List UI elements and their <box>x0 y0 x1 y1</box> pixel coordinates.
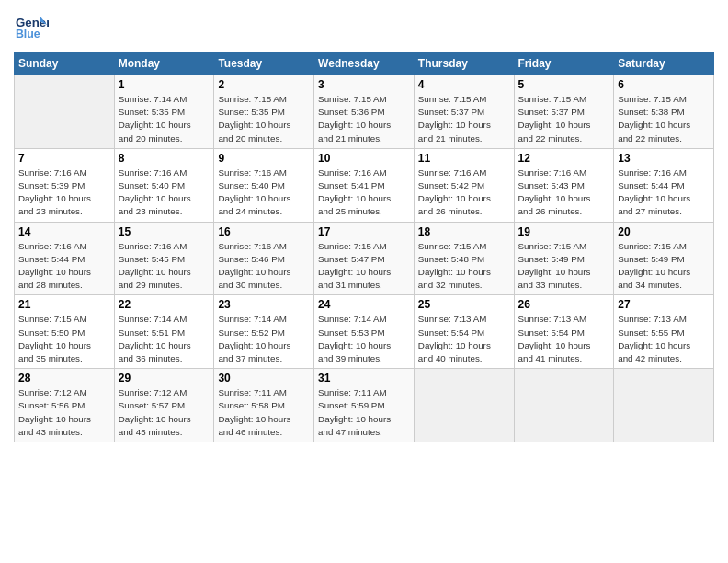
day-info: Sunrise: 7:15 AMSunset: 5:49 PMDaylight:… <box>518 240 610 293</box>
calendar-cell: 29Sunrise: 7:12 AMSunset: 5:57 PMDayligh… <box>114 369 214 442</box>
week-row-3: 14Sunrise: 7:16 AMSunset: 5:44 PMDayligh… <box>15 222 714 295</box>
calendar-cell: 25Sunrise: 7:13 AMSunset: 5:54 PMDayligh… <box>414 295 514 369</box>
day-info: Sunrise: 7:15 AMSunset: 5:50 PMDaylight:… <box>18 313 110 365</box>
day-number: 29 <box>119 372 210 385</box>
calendar-header: SundayMondayTuesdayWednesdayThursdayFrid… <box>15 52 714 75</box>
week-row-4: 21Sunrise: 7:15 AMSunset: 5:50 PMDayligh… <box>15 295 714 369</box>
day-info: Sunrise: 7:15 AMSunset: 5:37 PMDaylight:… <box>418 93 510 145</box>
header-cell-friday: Friday <box>514 52 614 75</box>
day-number: 2 <box>218 78 310 91</box>
day-number: 19 <box>518 225 610 238</box>
day-info: Sunrise: 7:15 AMSunset: 5:48 PMDaylight:… <box>418 240 510 293</box>
calendar-cell <box>514 369 614 442</box>
header-cell-monday: Monday <box>114 52 214 75</box>
day-info: Sunrise: 7:16 AMSunset: 5:43 PMDaylight:… <box>518 167 610 219</box>
week-row-5: 28Sunrise: 7:12 AMSunset: 5:56 PMDayligh… <box>15 369 714 442</box>
day-number: 7 <box>18 152 110 165</box>
calendar-cell: 1Sunrise: 7:14 AMSunset: 5:35 PMDaylight… <box>114 75 214 149</box>
calendar-cell: 22Sunrise: 7:14 AMSunset: 5:51 PMDayligh… <box>114 295 214 369</box>
day-number: 3 <box>318 78 410 91</box>
header: General Blue <box>14 9 714 44</box>
calendar-cell: 24Sunrise: 7:14 AMSunset: 5:53 PMDayligh… <box>314 295 415 369</box>
calendar-table: SundayMondayTuesdayWednesdayThursdayFrid… <box>14 52 714 442</box>
day-number: 16 <box>218 225 310 238</box>
day-info: Sunrise: 7:11 AMSunset: 5:58 PMDaylight:… <box>218 386 310 439</box>
day-info: Sunrise: 7:16 AMSunset: 5:44 PMDaylight:… <box>618 167 710 219</box>
day-info: Sunrise: 7:15 AMSunset: 5:38 PMDaylight:… <box>618 93 710 145</box>
calendar-body: 1Sunrise: 7:14 AMSunset: 5:35 PMDaylight… <box>15 75 714 442</box>
day-info: Sunrise: 7:16 AMSunset: 5:46 PMDaylight:… <box>218 240 310 293</box>
calendar-cell: 12Sunrise: 7:16 AMSunset: 5:43 PMDayligh… <box>514 148 614 222</box>
calendar-cell: 14Sunrise: 7:16 AMSunset: 5:44 PMDayligh… <box>15 222 115 295</box>
header-cell-thursday: Thursday <box>414 52 514 75</box>
calendar-cell: 17Sunrise: 7:15 AMSunset: 5:47 PMDayligh… <box>314 222 415 295</box>
day-info: Sunrise: 7:12 AMSunset: 5:57 PMDaylight:… <box>119 386 210 439</box>
calendar-cell: 15Sunrise: 7:16 AMSunset: 5:45 PMDayligh… <box>114 222 214 295</box>
logo-icon: General Blue <box>14 9 49 44</box>
day-info: Sunrise: 7:16 AMSunset: 5:41 PMDaylight:… <box>318 167 410 219</box>
day-number: 15 <box>119 225 210 238</box>
calendar-cell: 21Sunrise: 7:15 AMSunset: 5:50 PMDayligh… <box>15 295 115 369</box>
day-number: 11 <box>418 152 510 165</box>
header-row: SundayMondayTuesdayWednesdayThursdayFrid… <box>15 52 714 75</box>
main-container: General Blue SundayMondayTuesdayWednesda… <box>0 0 728 452</box>
calendar-cell: 11Sunrise: 7:16 AMSunset: 5:42 PMDayligh… <box>414 148 514 222</box>
calendar-cell: 13Sunrise: 7:16 AMSunset: 5:44 PMDayligh… <box>614 148 714 222</box>
day-info: Sunrise: 7:14 AMSunset: 5:52 PMDaylight:… <box>218 313 310 365</box>
day-number: 4 <box>418 78 510 91</box>
day-info: Sunrise: 7:11 AMSunset: 5:59 PMDaylight:… <box>318 386 410 439</box>
day-number: 22 <box>119 298 210 311</box>
header-cell-tuesday: Tuesday <box>214 52 314 75</box>
day-info: Sunrise: 7:15 AMSunset: 5:36 PMDaylight:… <box>318 93 410 145</box>
day-info: Sunrise: 7:16 AMSunset: 5:40 PMDaylight:… <box>119 167 210 219</box>
day-info: Sunrise: 7:12 AMSunset: 5:56 PMDaylight:… <box>18 386 110 439</box>
day-info: Sunrise: 7:14 AMSunset: 5:51 PMDaylight:… <box>119 313 210 365</box>
calendar-cell: 27Sunrise: 7:13 AMSunset: 5:55 PMDayligh… <box>614 295 714 369</box>
calendar-cell: 26Sunrise: 7:13 AMSunset: 5:54 PMDayligh… <box>514 295 614 369</box>
day-number: 1 <box>119 78 210 91</box>
calendar-cell: 5Sunrise: 7:15 AMSunset: 5:37 PMDaylight… <box>514 75 614 149</box>
day-info: Sunrise: 7:13 AMSunset: 5:54 PMDaylight:… <box>418 313 510 365</box>
day-number: 5 <box>518 78 610 91</box>
day-number: 10 <box>318 152 410 165</box>
day-number: 17 <box>318 225 410 238</box>
week-row-2: 7Sunrise: 7:16 AMSunset: 5:39 PMDaylight… <box>15 148 714 222</box>
day-info: Sunrise: 7:13 AMSunset: 5:54 PMDaylight:… <box>518 313 610 365</box>
day-number: 12 <box>518 152 610 165</box>
calendar-cell <box>414 369 514 442</box>
day-number: 20 <box>618 225 710 238</box>
header-cell-wednesday: Wednesday <box>314 52 415 75</box>
calendar-cell: 7Sunrise: 7:16 AMSunset: 5:39 PMDaylight… <box>15 148 115 222</box>
calendar-cell: 4Sunrise: 7:15 AMSunset: 5:37 PMDaylight… <box>414 75 514 149</box>
day-info: Sunrise: 7:16 AMSunset: 5:40 PMDaylight:… <box>218 167 310 219</box>
day-info: Sunrise: 7:16 AMSunset: 5:42 PMDaylight:… <box>418 167 510 219</box>
day-info: Sunrise: 7:14 AMSunset: 5:53 PMDaylight:… <box>318 313 410 365</box>
day-info: Sunrise: 7:16 AMSunset: 5:44 PMDaylight:… <box>18 240 110 293</box>
calendar-cell: 8Sunrise: 7:16 AMSunset: 5:40 PMDaylight… <box>114 148 214 222</box>
day-number: 14 <box>18 225 110 238</box>
day-number: 27 <box>618 298 710 311</box>
calendar-cell: 18Sunrise: 7:15 AMSunset: 5:48 PMDayligh… <box>414 222 514 295</box>
day-number: 9 <box>218 152 310 165</box>
day-number: 28 <box>18 372 110 385</box>
day-number: 21 <box>18 298 110 311</box>
calendar-cell: 30Sunrise: 7:11 AMSunset: 5:58 PMDayligh… <box>214 369 314 442</box>
day-info: Sunrise: 7:14 AMSunset: 5:35 PMDaylight:… <box>119 93 210 145</box>
day-info: Sunrise: 7:13 AMSunset: 5:55 PMDaylight:… <box>618 313 710 365</box>
calendar-cell: 3Sunrise: 7:15 AMSunset: 5:36 PMDaylight… <box>314 75 415 149</box>
calendar-cell <box>15 75 115 149</box>
day-info: Sunrise: 7:16 AMSunset: 5:39 PMDaylight:… <box>18 167 110 219</box>
header-cell-saturday: Saturday <box>614 52 714 75</box>
calendar-cell: 20Sunrise: 7:15 AMSunset: 5:49 PMDayligh… <box>614 222 714 295</box>
header-cell-sunday: Sunday <box>15 52 115 75</box>
day-number: 26 <box>518 298 610 311</box>
calendar-cell: 23Sunrise: 7:14 AMSunset: 5:52 PMDayligh… <box>214 295 314 369</box>
calendar-cell: 16Sunrise: 7:16 AMSunset: 5:46 PMDayligh… <box>214 222 314 295</box>
day-number: 23 <box>218 298 310 311</box>
day-info: Sunrise: 7:15 AMSunset: 5:37 PMDaylight:… <box>518 93 610 145</box>
day-number: 31 <box>318 372 410 385</box>
day-info: Sunrise: 7:16 AMSunset: 5:45 PMDaylight:… <box>119 240 210 293</box>
day-number: 6 <box>618 78 710 91</box>
logo: General Blue <box>14 9 49 44</box>
calendar-cell: 6Sunrise: 7:15 AMSunset: 5:38 PMDaylight… <box>614 75 714 149</box>
